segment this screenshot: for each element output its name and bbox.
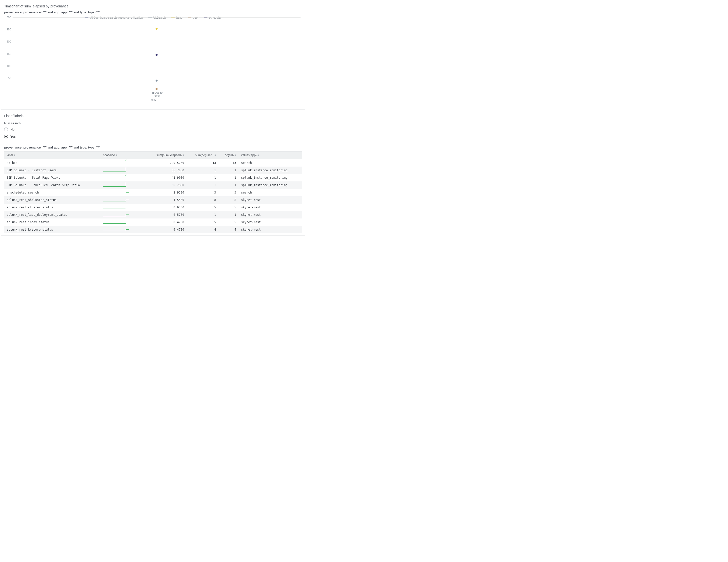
table-row[interactable]: splunk_rest_kvstore_status0.470044skynet… xyxy=(4,226,302,233)
cell-label: ad-hoc xyxy=(4,159,101,167)
table-header-row: labelsparklinesum(sum_elapsed)sum(dc(use… xyxy=(4,151,302,159)
x-tick-label: Fri Oct 30 2020 xyxy=(151,91,162,98)
chart-point[interactable] xyxy=(156,28,158,30)
cell-sparkline xyxy=(101,181,146,189)
cell-label: splunk_rest_index_status xyxy=(4,218,101,226)
column-header-dc_sid[interactable]: dc(sid) xyxy=(219,151,239,159)
cell-dc-sid: 8 xyxy=(219,196,239,204)
table-subtitle: provenance: provenance="*" and app: app=… xyxy=(4,146,302,149)
cell-sum-sum-elapsed: 0.6300 xyxy=(146,204,187,211)
column-header-sparkline[interactable]: sparkline xyxy=(101,151,146,159)
column-header-label[interactable]: label xyxy=(4,151,101,159)
cell-label: SIM Splunkd - Distinct Users xyxy=(4,166,101,174)
y-tick-label: 250 xyxy=(4,28,11,31)
column-header-label: sparkline xyxy=(103,153,115,157)
table-row[interactable]: SIM Splunkd - Distinct Users56.780011spl… xyxy=(4,166,302,174)
cell-sum-dc-user: 5 xyxy=(187,204,219,211)
radio-option-no[interactable]: No xyxy=(4,127,302,131)
cell-sum-sum-elapsed: 36.7800 xyxy=(146,181,187,189)
panel-title: Timechart of sum_elapsed by provenance xyxy=(4,4,302,8)
cell-sum-dc-user: 8 xyxy=(187,196,219,204)
cell-values-app: skynet-rest xyxy=(239,204,302,211)
cell-sum-dc-user: 1 xyxy=(187,211,219,218)
table-row[interactable]: splunk_rest_cluster_status0.630055skynet… xyxy=(4,204,302,211)
table-body: ad-hoc289.52001313searchSIM Splunkd - Di… xyxy=(4,159,302,233)
cell-values-app: skynet-rest xyxy=(239,196,302,204)
sparkline-icon xyxy=(103,168,135,172)
cell-label: SIM Splunkd - Scheduled Search Skip Rati… xyxy=(4,181,101,189)
chart-point[interactable] xyxy=(156,88,158,90)
y-tick-label: 150 xyxy=(4,52,11,55)
plot-area: Fri Oct 30 2020 50100150200250300 xyxy=(13,17,301,90)
radio-option-yes[interactable]: Yes xyxy=(4,135,302,138)
cell-dc-sid: 13 xyxy=(219,159,239,167)
cell-values-app: skynet-rest xyxy=(239,211,302,218)
table-row[interactable]: splunk_rest_index_status0.470055skynet-r… xyxy=(4,218,302,226)
column-header-sum_sum_elapsed[interactable]: sum(sum_elapsed) xyxy=(146,151,187,159)
cell-label: SIM Splunkd - Total Page Views xyxy=(4,174,101,181)
sort-icon xyxy=(215,154,216,156)
cell-sum-sum-elapsed: 0.5700 xyxy=(146,211,187,218)
cell-values-app: search xyxy=(239,159,302,167)
cell-sum-dc-user: 1 xyxy=(187,166,219,174)
cell-sum-sum-elapsed: 1.5300 xyxy=(146,196,187,204)
x-tick-line-1: Fri Oct 30 xyxy=(151,91,162,94)
radio-label: No xyxy=(10,127,15,131)
column-header-label: label xyxy=(7,153,13,157)
table-row[interactable]: ad-hoc289.52001313search xyxy=(4,159,302,167)
table-row[interactable]: splunk_rest_shcluster_status1.530088skyn… xyxy=(4,196,302,204)
cell-sum-dc-user: 3 xyxy=(187,189,219,196)
cell-sum-dc-user: 1 xyxy=(187,174,219,181)
cell-dc-sid: 1 xyxy=(219,174,239,181)
table-row[interactable]: SIM Splunkd - Scheduled Search Skip Rati… xyxy=(4,181,302,189)
cell-label: splunk_rest_shcluster_status xyxy=(4,196,101,204)
cell-label: splunk_rest_last_deployment_status xyxy=(4,211,101,218)
table-row[interactable]: SIM Splunkd - Total Page Views41.900011s… xyxy=(4,174,302,181)
table-row[interactable]: splunk_rest_last_deployment_status0.5700… xyxy=(4,211,302,218)
column-header-label: sum(dc(user)) xyxy=(195,153,214,157)
chart-point[interactable] xyxy=(156,54,158,56)
timechart-panel: Timechart of sum_elapsed by provenance p… xyxy=(1,1,305,110)
column-header-sum_dc_user[interactable]: sum(dc(user)) xyxy=(187,151,219,159)
labels-panel: List of labels Run search NoYes provenan… xyxy=(1,111,305,235)
cell-dc-sid: 1 xyxy=(219,181,239,189)
sort-icon xyxy=(116,154,117,156)
sparkline-icon xyxy=(103,161,135,165)
timechart: Fri Oct 30 2020 50100150200250300 _time … xyxy=(4,16,302,107)
y-tick-label: 100 xyxy=(4,64,11,67)
cell-sum-sum-elapsed: 0.4700 xyxy=(146,218,187,226)
cell-sum-sum-elapsed: 56.7800 xyxy=(146,166,187,174)
cell-values-app: splunk_instance_monitoring xyxy=(239,166,302,174)
sparkline-icon xyxy=(103,198,135,202)
column-header-values_app[interactable]: values(app) xyxy=(239,151,302,159)
cell-values-app: splunk_instance_monitoring xyxy=(239,181,302,189)
cell-values-app: skynet-rest xyxy=(239,226,302,233)
table-row[interactable]: a scheduled search2.930033search xyxy=(4,189,302,196)
cell-sum-sum-elapsed: 0.4700 xyxy=(146,226,187,233)
sparkline-icon xyxy=(103,220,135,224)
cell-sparkline xyxy=(101,189,146,196)
cell-dc-sid: 4 xyxy=(219,226,239,233)
cell-values-app: skynet-rest xyxy=(239,218,302,226)
sparkline-icon xyxy=(103,183,135,187)
cell-sparkline xyxy=(101,196,146,204)
run-search-radio-group: NoYes xyxy=(4,127,302,138)
cell-sum-dc-user: 1 xyxy=(187,181,219,189)
cell-sum-sum-elapsed: 289.5200 xyxy=(146,159,187,167)
chart-point[interactable] xyxy=(156,80,158,82)
cell-sum-sum-elapsed: 41.9000 xyxy=(146,174,187,181)
cell-label: splunk_rest_cluster_status xyxy=(4,204,101,211)
y-tick-label: 200 xyxy=(4,40,11,43)
sparkline-icon xyxy=(103,175,135,180)
radio-label: Yes xyxy=(10,135,16,138)
cell-sum-dc-user: 4 xyxy=(187,226,219,233)
cell-dc-sid: 1 xyxy=(219,166,239,174)
cell-sparkline xyxy=(101,204,146,211)
cell-sparkline xyxy=(101,218,146,226)
cell-sparkline xyxy=(101,174,146,181)
cell-sparkline xyxy=(101,226,146,233)
x-tick-line-2: 2020 xyxy=(154,94,160,97)
radio-icon xyxy=(4,135,8,138)
cell-values-app: splunk_instance_monitoring xyxy=(239,174,302,181)
cell-label: splunk_rest_kvstore_status xyxy=(4,226,101,233)
